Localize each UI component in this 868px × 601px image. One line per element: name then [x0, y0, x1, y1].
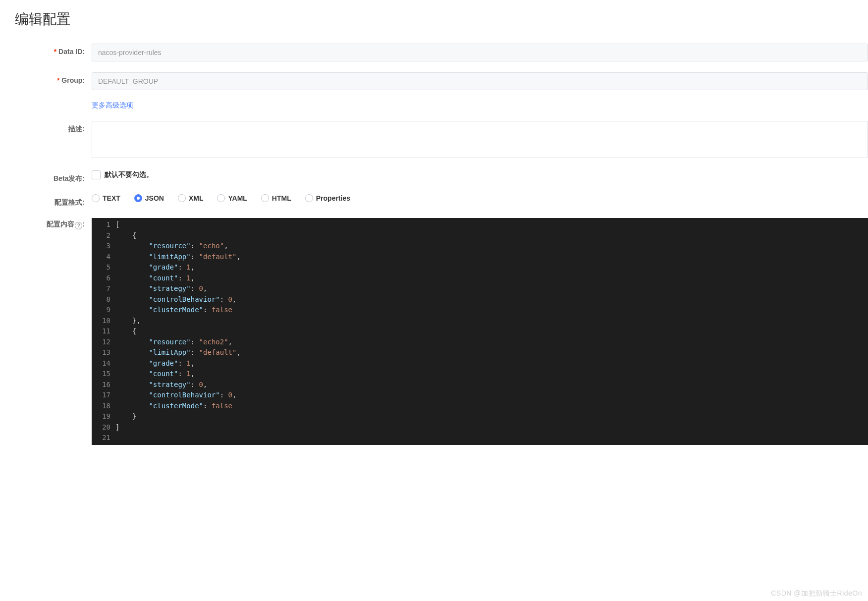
radio-label: HTML: [272, 194, 291, 202]
label-group: *Group:: [15, 72, 92, 84]
row-group: *Group:: [15, 72, 868, 90]
line-gutter: 123456789101112131415161718192021: [92, 218, 115, 445]
radio-label: YAML: [228, 194, 247, 202]
format-radio-text[interactable]: TEXT: [92, 194, 120, 202]
beta-hint: 默认不要勾选。: [105, 170, 153, 179]
row-more-options: 更多高级选项: [15, 101, 868, 110]
format-radio-yaml[interactable]: YAML: [217, 194, 247, 202]
data-id-input[interactable]: [92, 44, 868, 61]
format-radio-json[interactable]: JSON: [134, 194, 164, 202]
radio-label: Properties: [316, 194, 350, 202]
group-input[interactable]: [92, 72, 868, 90]
code-body[interactable]: [ { "resource": "echo", "limitApp": "def…: [115, 218, 241, 445]
radio-label: XML: [189, 194, 204, 202]
format-radio-group: TEXTJSONXMLYAMLHTMLProperties: [92, 194, 868, 202]
page-title: 编辑配置: [15, 10, 868, 29]
beta-checkbox[interactable]: [92, 170, 101, 179]
required-mark: *: [54, 48, 56, 55]
radio-icon: [305, 194, 313, 202]
row-format: 配置格式: TEXTJSONXMLYAMLHTMLProperties: [15, 194, 868, 207]
row-beta: Beta发布: 默认不要勾选。: [15, 170, 868, 183]
required-mark: *: [57, 76, 59, 84]
row-data-id: *Data ID:: [15, 44, 868, 61]
code-editor[interactable]: 123456789101112131415161718192021 [ { "r…: [92, 218, 868, 445]
label-desc: 描述:: [15, 121, 92, 134]
label-beta: Beta发布:: [15, 170, 92, 183]
radio-icon: [134, 194, 142, 202]
radio-icon: [217, 194, 225, 202]
radio-icon: [178, 194, 186, 202]
row-desc: 描述:: [15, 121, 868, 160]
label-data-id: *Data ID:: [15, 44, 92, 55]
format-radio-html[interactable]: HTML: [261, 194, 291, 202]
more-options-link[interactable]: 更多高级选项: [92, 101, 133, 109]
radio-icon: [261, 194, 269, 202]
radio-icon: [92, 194, 100, 202]
format-radio-xml[interactable]: XML: [178, 194, 204, 202]
format-radio-properties[interactable]: Properties: [305, 194, 350, 202]
radio-label: TEXT: [103, 194, 120, 202]
row-content: 配置内容?: 123456789101112131415161718192021…: [15, 218, 868, 445]
help-icon[interactable]: ?: [75, 222, 82, 229]
desc-textarea[interactable]: [92, 121, 868, 158]
radio-label: JSON: [145, 194, 164, 202]
label-format: 配置格式:: [15, 194, 92, 207]
label-content: 配置内容?:: [15, 218, 92, 229]
